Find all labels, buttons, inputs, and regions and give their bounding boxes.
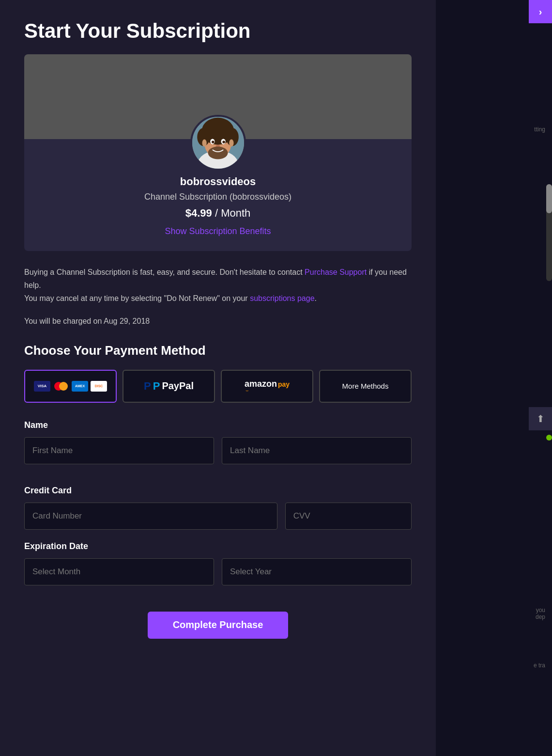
avatar-image <box>192 115 244 171</box>
select-year-group: Select Year 2018 2019 2020 2021 2022 202… <box>222 558 412 585</box>
paypal-p1-icon: P <box>144 380 151 393</box>
side-tra-hint: e tra <box>534 662 545 669</box>
side-tra-text: e tra <box>534 662 545 669</box>
first-name-group <box>24 437 214 464</box>
info-cancel-text: You may cancel at any time by selecting … <box>24 294 248 302</box>
name-label: Name <box>24 420 412 430</box>
paypal-p2-icon: P <box>153 380 160 393</box>
card-number-group <box>24 503 277 530</box>
paypal-text: PayPal <box>162 380 194 392</box>
svg-point-14 <box>229 140 233 147</box>
main-panel: Start Your Subscription <box>0 0 436 756</box>
payment-amazon-btn[interactable]: amazon pay ⌣ <box>221 370 313 403</box>
amazon-pay-text: pay <box>278 381 290 388</box>
side-hint-settings: tting <box>534 126 545 133</box>
mastercard-icon <box>53 381 69 392</box>
info-main-text: Buying a Channel Subscription is fast, e… <box>24 268 303 276</box>
card-number-input[interactable] <box>24 503 277 530</box>
price-amount: $4.99 <box>185 207 212 219</box>
first-name-input[interactable] <box>24 437 214 464</box>
svg-point-13 <box>202 140 206 147</box>
amazon-text: amazon <box>245 379 277 388</box>
payment-paypal-btn[interactable]: P P PayPal <box>123 370 215 403</box>
price-period: / Month <box>215 207 250 219</box>
channel-avatar <box>190 115 246 171</box>
amazon-arrow-icon: ⌣ <box>245 388 290 393</box>
page-title: Start Your Subscription <box>24 19 412 43</box>
svg-point-9 <box>212 141 215 143</box>
side-panel: › ⬆ tting you dep e tra <box>436 0 552 756</box>
credit-card-row <box>24 503 412 530</box>
payment-section-title: Choose Your Payment Method <box>24 343 412 358</box>
visa-icon: VISA <box>34 381 50 392</box>
channel-card: bobrossvideos Channel Subscription (bobr… <box>24 54 412 251</box>
payment-methods: VISA AMEX DISC P P PayPal amazon <box>24 370 412 403</box>
select-year-input[interactable]: Select Year 2018 2019 2020 2021 2022 202… <box>222 558 412 585</box>
payment-credit-card-btn[interactable]: VISA AMEX DISC <box>24 370 117 403</box>
expiration-label: Expiration Date <box>24 541 412 551</box>
info-text: Buying a Channel Subscription is fast, e… <box>24 266 412 305</box>
svg-point-12 <box>208 146 228 159</box>
amazon-logo: amazon pay ⌣ <box>245 379 290 393</box>
amex-icon: AMEX <box>72 381 88 392</box>
name-row <box>24 437 412 476</box>
expiration-row: Select Month January February March Apri… <box>24 558 412 597</box>
side-bottom-text: you dep <box>536 607 545 620</box>
channel-description: Channel Subscription (bobrossvideos) <box>24 192 412 202</box>
select-month-input[interactable]: Select Month January February March Apri… <box>24 558 214 585</box>
complete-purchase-button[interactable]: Complete Purchase <box>148 612 288 639</box>
cvv-input[interactable] <box>285 503 412 530</box>
status-dot <box>546 435 552 441</box>
card-icons: VISA AMEX DISC <box>34 381 107 392</box>
svg-point-10 <box>222 141 225 143</box>
side-panel-close-btn[interactable]: › <box>529 0 552 23</box>
channel-price: $4.99 / Month <box>24 207 412 220</box>
upload-btn[interactable]: ⬆ <box>529 407 552 430</box>
discover-icon: DISC <box>91 381 107 392</box>
side-hint-text: tting <box>534 126 545 133</box>
last-name-input[interactable] <box>222 437 412 464</box>
side-dep-text: dep <box>536 614 545 620</box>
more-methods-label: More Methods <box>342 382 389 390</box>
charge-date: You will be charged on Aug 29, 2018 <box>24 317 412 326</box>
paypal-logo: P P PayPal <box>144 380 194 393</box>
side-you-text: you <box>536 607 545 614</box>
last-name-group <box>222 437 412 464</box>
cvv-group <box>285 503 412 530</box>
credit-card-label: Credit Card <box>24 486 412 496</box>
close-chevron-icon: › <box>539 6 542 17</box>
info-period: . <box>315 294 317 302</box>
subscriptions-page-link[interactable]: subscriptions page <box>250 294 314 302</box>
show-benefits-link[interactable]: Show Subscription Benefits <box>165 226 271 236</box>
channel-name: bobrossvideos <box>24 175 412 188</box>
payment-more-methods-btn[interactable]: More Methods <box>319 370 412 403</box>
upload-icon: ⬆ <box>537 413 545 425</box>
purchase-support-link[interactable]: Purchase Support <box>305 268 367 276</box>
scrollbar-thumb <box>546 184 552 213</box>
select-month-group: Select Month January February March Apri… <box>24 558 214 585</box>
scrollbar[interactable] <box>546 184 552 281</box>
